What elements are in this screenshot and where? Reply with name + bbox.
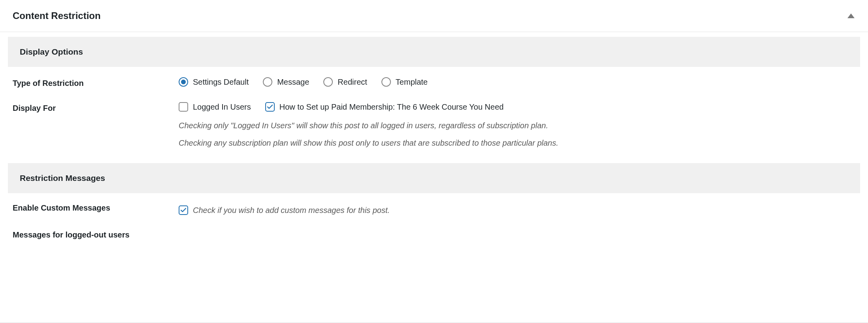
content-restriction-panel: Content Restriction Display Options Type… [0,0,868,323]
display-for-options: Logged In Users How to Set up Paid Membe… [179,102,856,112]
type-of-restriction-label: Type of Restriction [13,77,179,88]
radio-settings-default[interactable]: Settings Default [179,77,249,87]
display-for-hint-2: Checking any subscription plan will show… [179,136,856,150]
checkbox-input[interactable] [265,102,275,112]
enable-custom-messages-label: Enable Custom Messages [13,203,179,213]
panel-title: Content Restriction [13,10,101,21]
display-for-row: Display For Logged In Users How to Set u… [0,92,868,154]
radio-label: Settings Default [193,78,249,87]
restriction-messages-heading: Restriction Messages [8,163,860,193]
display-options-heading: Display Options [8,37,860,67]
enable-custom-messages-row: Enable Custom Messages Check if you wish… [0,193,868,221]
radio-redirect[interactable]: Redirect [323,77,367,87]
radio-label: Redirect [338,78,367,87]
check-icon [266,103,274,110]
display-for-label: Display For [13,102,179,113]
checkbox-label: How to Set up Paid Membership: The 6 Wee… [279,103,504,112]
checkbox-label: Logged In Users [193,103,251,112]
collapse-icon[interactable] [847,13,855,18]
check-icon [180,207,187,214]
checkbox-input[interactable] [179,205,188,215]
radio-input[interactable] [323,77,333,87]
radio-input[interactable] [179,77,188,87]
messages-logged-out-heading: Messages for logged-out users [0,221,868,243]
checkbox-label: Check if you wish to add custom messages… [193,203,390,217]
checkbox-logged-in-users[interactable]: Logged In Users [179,102,251,112]
display-for-hint-1: Checking only "Logged In Users" will sho… [179,119,856,132]
radio-input[interactable] [263,77,272,87]
radio-label: Template [396,78,428,87]
radio-template[interactable]: Template [381,77,428,87]
radio-message[interactable]: Message [263,77,309,87]
radio-input[interactable] [381,77,391,87]
radio-label: Message [277,78,309,87]
checkbox-enable-custom-messages[interactable]: Check if you wish to add custom messages… [179,203,848,217]
type-of-restriction-options: Settings Default Message Redirect Templa… [179,77,856,87]
checkbox-subscription-plan[interactable]: How to Set up Paid Membership: The 6 Wee… [265,102,504,112]
panel-header[interactable]: Content Restriction [0,0,868,32]
checkbox-input[interactable] [179,102,188,112]
type-of-restriction-row: Type of Restriction Settings Default Mes… [0,67,868,92]
